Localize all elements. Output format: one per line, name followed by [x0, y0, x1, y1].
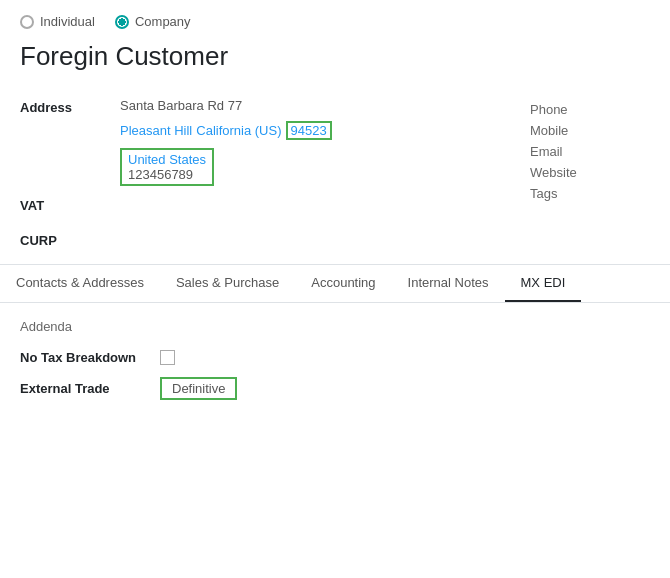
tabs-bar: Contacts & Addresses Sales & Purchase Ac… — [0, 264, 670, 303]
tab-sales-purchase[interactable]: Sales & Purchase — [160, 265, 295, 302]
type-selector: Individual Company — [0, 0, 670, 37]
company-option[interactable]: Company — [115, 14, 191, 29]
external-trade-row: External Trade Definitive — [20, 377, 650, 400]
address-line2: Pleasant Hill California (US) 94523 — [120, 121, 530, 140]
company-label: Company — [135, 14, 191, 29]
mobile-link[interactable]: Mobile — [530, 123, 650, 138]
phone-link[interactable]: Phone — [530, 102, 650, 117]
website-link[interactable]: Website — [530, 165, 650, 180]
individual-radio[interactable] — [20, 15, 34, 29]
address-zip: 94523 — [286, 121, 332, 140]
address-state: California (US) — [196, 123, 281, 138]
addenda-section-label: Addenda — [20, 319, 650, 334]
address-left-col: Address Santa Barbara Rd 77 Pleasant Hil… — [20, 98, 530, 223]
tab-internal-notes[interactable]: Internal Notes — [392, 265, 505, 302]
address-line1: Santa Barbara Rd 77 — [120, 98, 530, 113]
no-tax-breakdown-row: No Tax Breakdown — [20, 350, 650, 365]
tab-accounting[interactable]: Accounting — [295, 265, 391, 302]
address-field-row: Address Santa Barbara Rd 77 Pleasant Hil… — [20, 98, 530, 186]
individual-option[interactable]: Individual — [20, 14, 95, 29]
tab-mx-edi[interactable]: MX EDI — [505, 265, 582, 302]
contact-links: Phone Mobile Email Website Tags — [530, 98, 650, 223]
company-radio[interactable] — [115, 15, 129, 29]
address-city: Pleasant Hill — [120, 123, 192, 138]
curp-label: CURP — [0, 233, 670, 248]
vat-number: 123456789 — [128, 167, 206, 182]
page-title: Foregin Customer — [0, 37, 670, 88]
individual-label: Individual — [40, 14, 95, 29]
tags-link[interactable]: Tags — [530, 186, 650, 201]
address-country: United States — [128, 152, 206, 167]
vat-field-row: VAT — [20, 196, 530, 213]
external-trade-label: External Trade — [20, 381, 160, 396]
address-country-vat: United States 123456789 — [120, 148, 530, 186]
tab-contacts-addresses[interactable]: Contacts & Addresses — [0, 265, 160, 302]
address-section: Address Santa Barbara Rd 77 Pleasant Hil… — [0, 88, 670, 233]
address-value: Santa Barbara Rd 77 Pleasant Hill Califo… — [120, 98, 530, 186]
external-trade-dropdown[interactable]: Definitive — [160, 377, 237, 400]
country-vat-box: United States 123456789 — [120, 148, 214, 186]
vat-label: VAT — [20, 196, 120, 213]
tab-content-mx-edi: Addenda No Tax Breakdown External Trade … — [0, 303, 670, 428]
address-label: Address — [20, 98, 120, 115]
no-tax-breakdown-label: No Tax Breakdown — [20, 350, 160, 365]
email-link[interactable]: Email — [530, 144, 650, 159]
no-tax-breakdown-checkbox[interactable] — [160, 350, 175, 365]
